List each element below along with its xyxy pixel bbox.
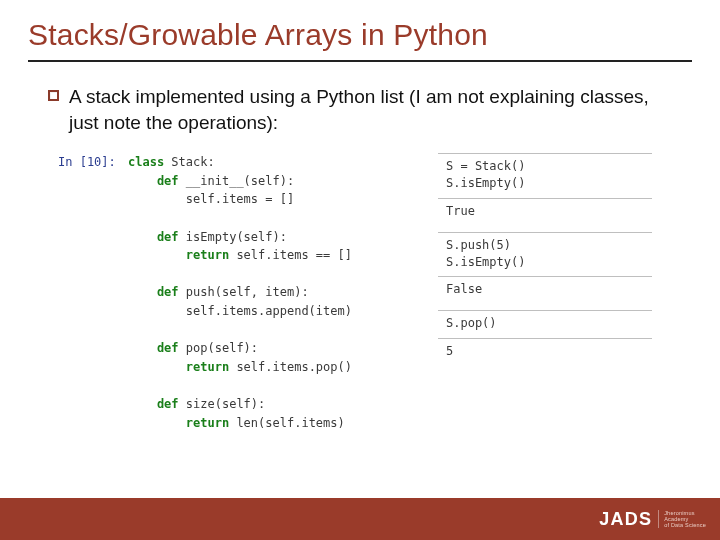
slide-body: A stack implemented using a Python list … (0, 62, 720, 432)
code-text: push(self, item): (179, 285, 309, 299)
bullet-item: A stack implemented using a Python list … (48, 84, 672, 135)
code-text: self.items.pop() (229, 360, 352, 374)
code-cell-2: S.push(5) S.isEmpty() (438, 232, 652, 278)
bullet-icon (48, 90, 59, 101)
output-3: 5 (438, 338, 652, 372)
kw-def: def (128, 341, 179, 355)
code-text: __init__(self): (179, 174, 295, 188)
kw-def: def (128, 285, 179, 299)
kw-return: return (128, 248, 229, 262)
code-cell-1: S = Stack() S.isEmpty() (438, 153, 652, 199)
kw-def: def (128, 230, 179, 244)
kw-return: return (128, 416, 229, 430)
logo-text: JADS (599, 509, 652, 530)
code-text: self.items = [] (128, 192, 294, 206)
kw-return: return (128, 360, 229, 374)
bullet-text: A stack implemented using a Python list … (69, 84, 672, 135)
kw-def: def (128, 174, 179, 188)
code-columns: In [10]: class Stack: def __init__(self)… (48, 135, 672, 432)
code-cell-3: S.pop() (438, 310, 652, 339)
logo-subtitle: Jheronimus Academy of Data Science (658, 510, 706, 529)
usage-cells: S = Stack() S.isEmpty() True S.push(5) S… (438, 153, 672, 432)
code-text: len(self.items) (229, 416, 345, 430)
jads-logo: JADS Jheronimus Academy of Data Science (599, 509, 706, 530)
code-text: pop(self): (179, 341, 258, 355)
class-definition-cell: In [10]: class Stack: def __init__(self)… (48, 153, 438, 432)
output-2: False (438, 276, 652, 310)
output-1: True (438, 198, 652, 232)
slide-title: Stacks/Growable Arrays in Python (0, 0, 720, 60)
code-text: self.items == [] (229, 248, 352, 262)
kw-def: def (128, 397, 179, 411)
code-text: size(self): (179, 397, 266, 411)
kw-class: class (128, 155, 164, 169)
code-text: self.items.append(item) (128, 304, 352, 318)
class-code: class Stack: def __init__(self): self.it… (128, 153, 352, 432)
code-text: isEmpty(self): (179, 230, 287, 244)
logo-sub-line: of Data Science (664, 522, 706, 528)
input-prompt: In [10]: (58, 153, 128, 169)
code-text: Stack: (164, 155, 215, 169)
footer-bar: JADS Jheronimus Academy of Data Science (0, 498, 720, 540)
